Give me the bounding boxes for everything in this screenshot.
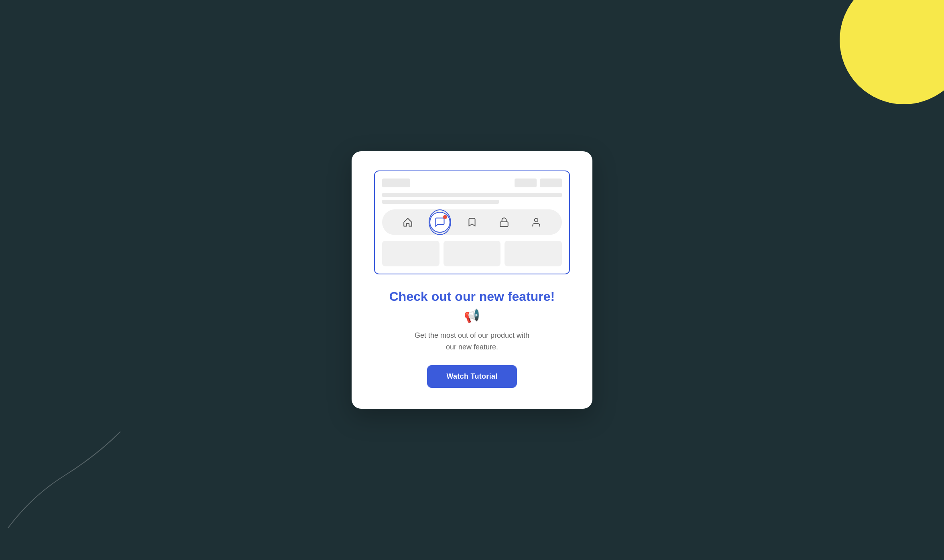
nav-bar [382,209,562,235]
browser-btn-1 [515,179,537,187]
browser-tab [382,179,410,187]
megaphone-emoji: 📢 [464,308,480,323]
card-box-2 [444,241,501,266]
chat-icon-active [431,213,449,231]
user-icon [527,213,545,231]
browser-controls [515,179,562,187]
decorative-curve [0,416,161,536]
notification-dot [443,215,447,219]
browser-content-rows [382,193,562,204]
browser-mockup [374,170,570,274]
svg-rect-0 [500,222,508,227]
content-row-2 [382,200,499,204]
home-icon [399,213,417,231]
lock-icon [495,213,513,231]
card-box-3 [505,241,562,266]
bookmark-icon [463,213,481,231]
browser-btn-2 [540,179,562,187]
feature-description: Get the most out of our product withour … [415,330,529,353]
content-row-1 [382,193,562,197]
watch-tutorial-button[interactable]: Watch Tutorial [427,365,517,388]
card-box-1 [382,241,439,266]
decorative-circle [840,0,944,104]
card-boxes [382,241,562,266]
browser-top-bar [382,179,562,187]
feature-title: Check out our new feature! [389,289,555,304]
svg-point-1 [535,218,538,222]
feature-card: Check out our new feature! 📢 Get the mos… [352,151,592,409]
